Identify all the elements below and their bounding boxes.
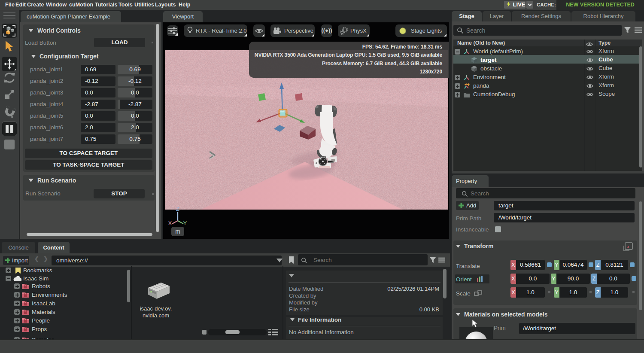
svg-text:X: X [168, 220, 172, 226]
svg-text:Y: Y [183, 220, 187, 226]
svg-text:Z: Z [176, 206, 179, 212]
